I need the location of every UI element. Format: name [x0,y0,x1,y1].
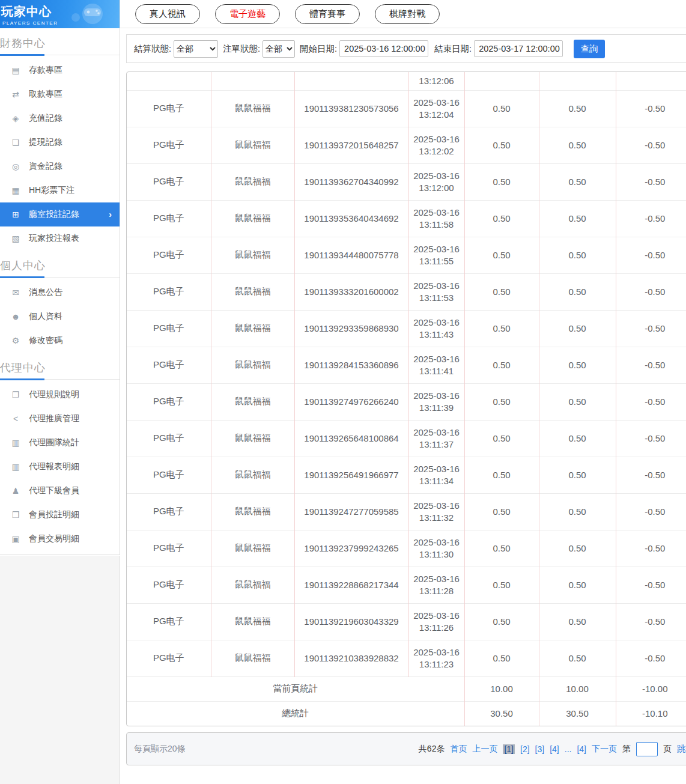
sidebar-item[interactable]: ◎資金記錄 [0,154,120,178]
page-link[interactable]: [2] [520,744,530,754]
sidebar-item[interactable]: ▥代理報表明細 [0,455,120,479]
tab-棋牌對戰[interactable]: 棋牌對戰 [375,4,440,24]
bet-time-cell: 2025-03-1613:11:28 [408,567,464,603]
table-cell [464,72,539,90]
game-name-cell: 鼠鼠福福 [211,603,294,640]
bet-amount-cell: 0.50 [464,603,539,640]
profit-cell: -0.50 [616,420,686,457]
profit-cell: -0.50 [616,383,686,420]
sidebar-item[interactable]: ✉消息公告 [0,281,120,305]
sidebar-item[interactable]: ☻個人資料 [0,305,120,329]
valid-amount-cell: 0.50 [539,530,616,567]
sidebar-item-label: 充值記錄 [29,113,62,124]
bet-time-cell: 2025-03-1613:11:32 [408,493,464,530]
page-link[interactable]: [4] [577,744,586,754]
sidebar-item[interactable]: ⇄取款專區 [0,82,120,106]
summary-row: 總統計30.5030.50-10.10 [127,701,686,726]
valid-amount-cell: 0.50 [539,493,616,530]
profit-cell: -0.50 [616,640,686,676]
page-link[interactable]: [1] [503,744,515,754]
sidebar-item[interactable]: ⚙修改密碼 [0,329,120,353]
sidebar-item-label: 代理下級會員 [29,485,79,496]
sidebar-item-label: HH彩票下注 [29,185,74,196]
player-bet-report-icon: ▧ [10,234,21,243]
sidebar-section-title: 財務中心 [0,28,120,55]
first-page-link[interactable]: 首页 [450,744,467,755]
sidebar-sections: 財務中心▤存款專區⇄取款專區◈充值記錄❏提現記錄◎資金記錄▦HH彩票下注⊞廳室投… [0,28,120,551]
platform-cell: PG电子 [127,347,211,383]
bet-time-cell: 2025-03-1613:11:55 [408,237,464,273]
order-number-cell: 1901139256491966977 [294,457,408,493]
valid-amount-cell: 0.50 [539,127,616,163]
platform-cell: PG电子 [127,237,211,273]
bet-time-cell: 2025-03-1613:11:37 [408,420,464,457]
table-row: PG电子鼠鼠福福19011393627043409922025-03-1613:… [127,163,686,200]
sidebar-item-label: 個人資料 [29,311,62,322]
sidebar-item[interactable]: ▣會員交易明細 [0,527,120,551]
settle-status-select[interactable]: 全部 [174,40,218,58]
tab-電子遊藝[interactable]: 電子遊藝 [215,4,280,24]
platform-cell: PG电子 [127,310,211,347]
gamepad-icon [83,6,102,18]
sidebar-item[interactable]: ▧玩家投注報表 [0,226,120,251]
bet-time-cell: 2025-03-1613:11:41 [408,347,464,383]
deposit-icon: ▤ [10,65,21,75]
sidebar-item[interactable]: ◈充值記錄 [0,106,120,130]
tab-真人視訊[interactable]: 真人視訊 [135,4,200,24]
next-page-link[interactable]: 下一页 [592,744,617,755]
order-number-cell: 1901139219603043329 [294,603,408,640]
total-count-label: 共62条 [419,744,445,755]
sidebar-item[interactable]: ❏提現記錄 [0,130,120,154]
profit-cell: -0.50 [616,310,686,347]
start-date-input[interactable] [339,40,428,57]
table-row: PG电子鼠鼠福福19011392656481008642025-03-1613:… [127,420,686,457]
goto-page-input[interactable] [636,742,658,756]
sidebar-item-label: 會員投註明細 [29,509,79,520]
filter-panel: 結算狀態: 全部 注單狀態: 全部 開始日期: 結束日期: 查詢 [126,34,686,63]
tab-體育賽事[interactable]: 體育賽事 [295,4,360,24]
sidebar-item[interactable]: ▥代理團隊統計 [0,431,120,455]
sidebar-item[interactable]: ♟代理下級會員 [0,479,120,503]
sidebar-background [0,556,120,784]
order-status-select[interactable]: 全部 [263,40,295,58]
sidebar-item[interactable]: ⊞廳室投註記錄› [0,202,120,226]
page-link[interactable]: [3] [535,744,545,754]
sidebar-item[interactable]: ❒會員投註明細 [0,503,120,527]
valid-amount-cell: 0.50 [539,310,616,347]
sidebar-item-label: 代理團隊統計 [29,437,79,448]
end-date-input[interactable] [474,40,563,57]
search-button[interactable]: 查詢 [574,40,605,58]
sidebar-item-label: 代理報表明細 [29,461,79,472]
summary-profit-cell: -10.00 [616,676,686,701]
jump-link[interactable]: 跳转 [677,744,686,755]
sidebar-item[interactable]: ▤存款專區 [0,58,120,82]
page-ellipsis: ... [565,744,572,754]
valid-amount-cell: 0.50 [539,603,616,640]
member-transaction-icon: ▣ [10,534,21,544]
valid-amount-cell: 0.50 [539,237,616,273]
sidebar-item[interactable]: ▦HH彩票下注 [0,178,120,202]
bet-time-cell: 2025-03-1613:11:39 [408,383,464,420]
sidebar-section-title: 代理中心 [0,353,120,380]
app-title: 玩家中心 [1,4,120,20]
platform-cell: PG电子 [127,127,211,163]
profit-cell: -0.50 [616,200,686,237]
prev-page-link[interactable]: 上一页 [472,744,497,755]
order-number-cell: 1901139362704340992 [294,163,408,200]
sidebar-item[interactable]: ❐代理規則說明 [0,383,120,407]
table-row: PG电子鼠鼠福福19011392288682173442025-03-1613:… [127,567,686,603]
profit-cell: -0.50 [616,90,686,127]
table-row: PG电子鼠鼠福福19011393720156482572025-03-1613:… [127,127,686,163]
sidebar-item[interactable]: <代理推廣管理 [0,407,120,431]
funds-record-icon: ◎ [10,162,21,171]
bet-time-cell: 13:12:06 [408,72,464,90]
game-name-cell: 鼠鼠福福 [211,237,294,273]
bet-time-cell: 2025-03-1613:11:34 [408,457,464,493]
bet-amount-cell: 0.50 [464,90,539,127]
page-link[interactable]: [4] [550,744,559,754]
profit-cell: -0.50 [616,273,686,310]
game-name-cell: 鼠鼠福福 [211,457,294,493]
bet-amount-cell: 0.50 [464,347,539,383]
game-name-cell: 鼠鼠福福 [211,163,294,200]
game-name-cell: 鼠鼠福福 [211,273,294,310]
